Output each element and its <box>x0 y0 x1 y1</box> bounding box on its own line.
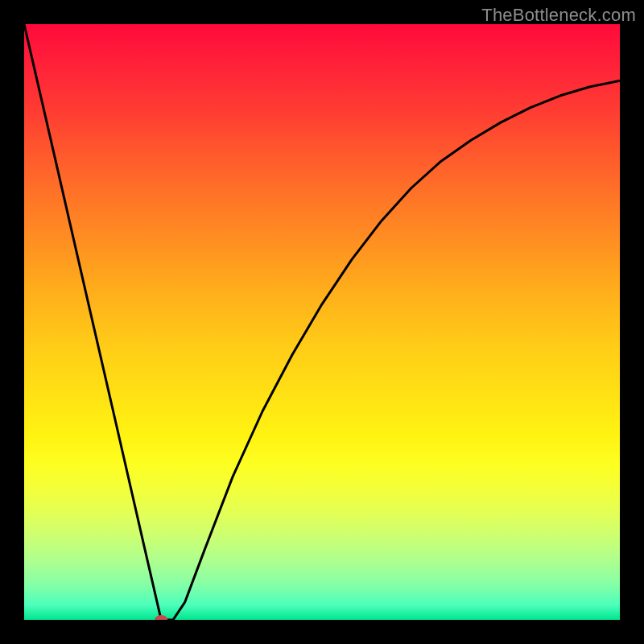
curve-svg <box>24 24 620 620</box>
optimal-point-marker <box>155 615 167 620</box>
watermark-text: TheBottleneck.com <box>481 5 636 26</box>
chart-frame: TheBottleneck.com <box>0 0 644 644</box>
bottleneck-curve <box>24 24 620 620</box>
plot-area <box>24 24 620 620</box>
